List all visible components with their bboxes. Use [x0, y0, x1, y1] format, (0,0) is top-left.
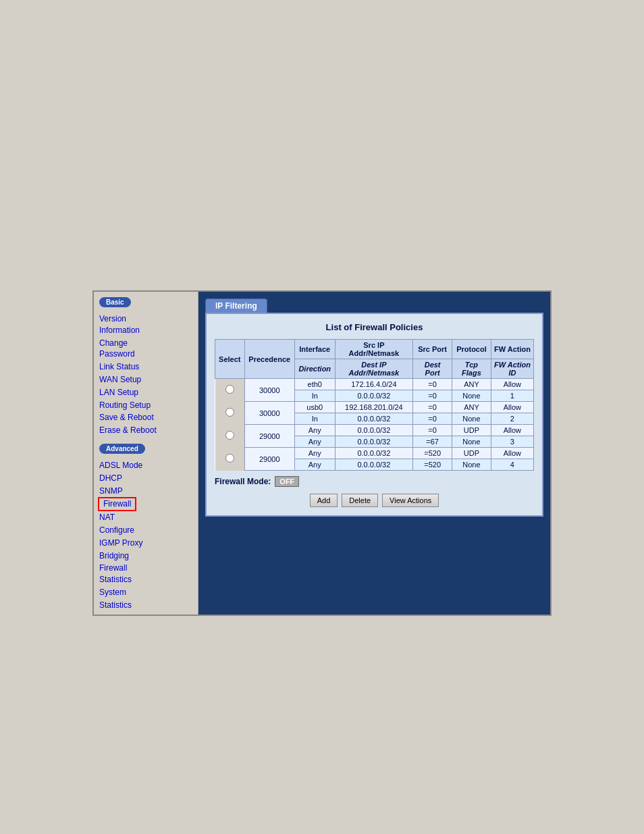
- sidebar-item-firewall[interactable]: Firewall: [98, 497, 136, 511]
- row-tcp-flags-1: None: [452, 390, 491, 402]
- table-row: 29000 Any 0.0.0.0/32 =520 UDP Allow: [215, 448, 534, 459]
- sidebar: Basic Version Information Change Passwor…: [94, 292, 198, 615]
- row-dest-ip-1: 0.0.0.0/32: [335, 390, 413, 402]
- row-select-4[interactable]: [215, 448, 245, 471]
- policy-table: Select Precedence Interface Src IP Addr/…: [215, 339, 534, 471]
- row-tcp-flags-2: None: [452, 413, 491, 425]
- row-precedence-1: 30000: [244, 379, 294, 402]
- row-dest-ip-2: 0.0.0.0/32: [335, 413, 413, 425]
- button-row: Add Delete View Actions: [215, 494, 534, 507]
- table-row: 29000 Any 0.0.0.0/32 =0 UDP Allow: [215, 425, 534, 436]
- row-direction-1: In: [294, 390, 335, 402]
- row-src-port-3: =0: [413, 425, 452, 436]
- col-header-precedence: Precedence: [244, 340, 294, 379]
- col-subheader-tcp-flags: Tcp Flags: [452, 359, 491, 379]
- row-interface-4: Any: [294, 448, 335, 459]
- row-fw-action-id-2: 2: [491, 413, 533, 425]
- row-tcp-flags-3: None: [452, 436, 491, 448]
- firewall-mode-label: Firewall Mode:: [215, 477, 271, 486]
- browser-window: Basic Version Information Change Passwor…: [92, 290, 552, 616]
- col-subheader-dest-port: Dest Port: [413, 359, 452, 379]
- row-src-ip-1: 172.16.4.0/24: [335, 379, 413, 390]
- col-header-fw-action: FW Action: [491, 340, 533, 359]
- row-protocol-2: ANY: [452, 402, 491, 413]
- main-content: IP Filtering List of Firewall Policies S…: [198, 292, 550, 615]
- row-src-port-1: =0: [413, 379, 452, 390]
- table-row: 30000 usb0 192.168.201.0/24 =0 ANY Allow: [215, 402, 534, 413]
- row-fw-action-id-3: 3: [491, 436, 533, 448]
- row-protocol-3: UDP: [452, 425, 491, 436]
- advanced-section-badge: Advanced: [99, 444, 145, 454]
- col-subheader-fw-action-id: FW Action ID: [491, 359, 533, 379]
- radio-3[interactable]: [225, 431, 234, 440]
- row-direction-3: Any: [294, 436, 335, 448]
- view-actions-button[interactable]: View Actions: [382, 494, 439, 507]
- add-button[interactable]: Add: [310, 494, 338, 507]
- row-select-1[interactable]: [215, 379, 245, 402]
- row-dest-ip-3: 0.0.0.0/32: [335, 436, 413, 448]
- sidebar-item-wan-setup[interactable]: WAN Setup: [94, 373, 188, 386]
- row-src-ip-2: 192.168.201.0/24: [335, 402, 413, 413]
- row-interface-2: usb0: [294, 402, 335, 413]
- sidebar-item-link-status[interactable]: Link Status: [94, 361, 188, 373]
- row-select-3[interactable]: [215, 425, 245, 448]
- sidebar-item-adsl-mode[interactable]: ADSL Mode: [94, 459, 188, 472]
- sidebar-item-statistics[interactable]: Statistics: [94, 599, 188, 612]
- sidebar-item-erase-reboot[interactable]: Erase & Reboot: [94, 424, 188, 437]
- row-protocol-1: ANY: [452, 379, 491, 390]
- sidebar-item-save-reboot[interactable]: Save & Reboot: [94, 411, 188, 424]
- radio-2[interactable]: [225, 408, 234, 417]
- row-src-port-4: =520: [413, 448, 452, 459]
- sidebar-item-nat[interactable]: NAT: [94, 511, 188, 524]
- sidebar-item-configure[interactable]: Configure: [94, 524, 188, 537]
- window-container: Basic Version Information Change Passwor…: [0, 0, 644, 834]
- firewall-mode-row: Firewall Mode: OFF: [215, 476, 534, 487]
- tab-ip-filtering[interactable]: IP Filtering: [205, 298, 267, 313]
- col-header-src-port: Src Port: [413, 340, 452, 359]
- firewall-mode-value: OFF: [275, 476, 299, 487]
- radio-1[interactable]: [225, 385, 234, 394]
- table-row: 30000 eth0 172.16.4.0/24 =0 ANY Allow: [215, 379, 534, 390]
- col-header-src-ip: Src IP Addr/Netmask: [335, 340, 413, 359]
- row-src-ip-4: 0.0.0.0/32: [335, 448, 413, 459]
- row-dest-port-3: =67: [413, 436, 452, 448]
- row-tcp-flags-4: None: [452, 459, 491, 471]
- sidebar-item-firewall-statistics[interactable]: Firewall Statistics: [94, 562, 188, 586]
- sidebar-item-igmp-proxy[interactable]: IGMP Proxy: [94, 537, 188, 550]
- row-fw-action-2: Allow: [491, 402, 533, 413]
- basic-section-badge: Basic: [99, 297, 131, 307]
- row-fw-action-4: Allow: [491, 448, 533, 459]
- row-select-2[interactable]: [215, 402, 245, 425]
- radio-4[interactable]: [225, 454, 234, 463]
- sidebar-item-lan-setup[interactable]: LAN Setup: [94, 386, 188, 399]
- sidebar-item-snmp[interactable]: SNMP: [94, 485, 188, 498]
- row-fw-action-id-4: 4: [491, 459, 533, 471]
- row-dest-port-1: =0: [413, 390, 452, 402]
- row-precedence-4: 29000: [244, 448, 294, 471]
- col-header-select: Select: [215, 340, 245, 379]
- row-dest-port-2: =0: [413, 413, 452, 425]
- tab-bar: IP Filtering: [205, 298, 543, 313]
- delete-button[interactable]: Delete: [342, 494, 378, 507]
- row-fw-action-1: Allow: [491, 379, 533, 390]
- row-interface-1: eth0: [294, 379, 335, 390]
- content-box: List of Firewall Policies Select Precede…: [205, 313, 543, 517]
- row-src-port-2: =0: [413, 402, 452, 413]
- row-dest-ip-4: 0.0.0.0/32: [335, 459, 413, 471]
- sidebar-item-change-password[interactable]: Change Password: [94, 337, 188, 361]
- sidebar-item-dhcp[interactable]: DHCP: [94, 472, 188, 485]
- row-precedence-3: 29000: [244, 425, 294, 448]
- row-protocol-4: UDP: [452, 448, 491, 459]
- col-subheader-direction: Direction: [294, 359, 335, 379]
- sidebar-item-bridging[interactable]: Bridging: [94, 550, 188, 563]
- col-header-protocol: Protocol: [452, 340, 491, 359]
- sidebar-item-routing-setup[interactable]: Routing Setup: [94, 399, 188, 412]
- col-header-interface: Interface: [294, 340, 335, 359]
- row-direction-4: Any: [294, 459, 335, 471]
- content-title: List of Firewall Policies: [215, 322, 534, 332]
- sidebar-item-version-information[interactable]: Version Information: [94, 313, 188, 337]
- row-precedence-2: 30000: [244, 402, 294, 425]
- sidebar-item-system[interactable]: System: [94, 586, 188, 599]
- row-fw-action-id-1: 1: [491, 390, 533, 402]
- row-direction-2: In: [294, 413, 335, 425]
